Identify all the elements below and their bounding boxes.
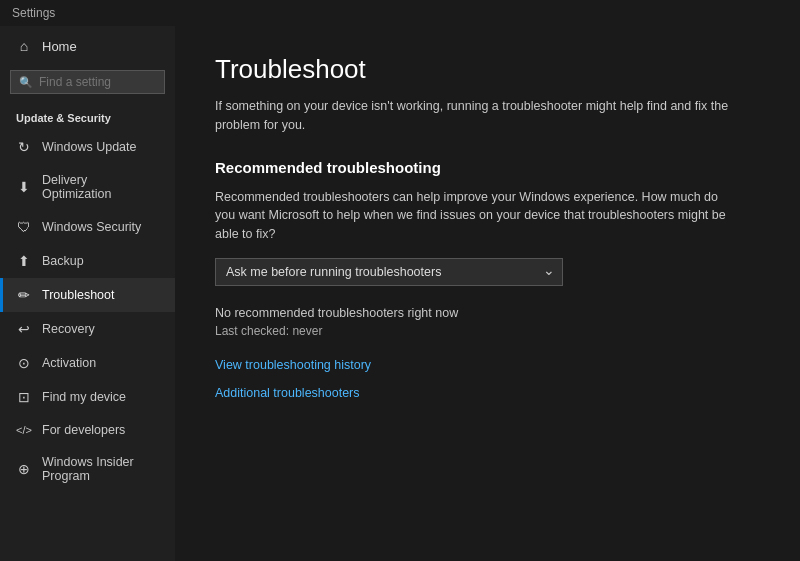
sidebar-item-troubleshoot[interactable]: ✏ Troubleshoot [0,278,175,312]
troubleshoot-icon: ✏ [16,287,32,303]
additional-troubleshooters-link[interactable]: Additional troubleshooters [215,386,760,400]
page-subtitle: If something on your device isn't workin… [215,97,735,135]
recovery-icon: ↩ [16,321,32,337]
recommended-desc: Recommended troubleshooters can help imp… [215,188,735,244]
recommended-section-title: Recommended troubleshooting [215,159,760,176]
app-container: ⌂ Home 🔍 Update & Security ↻ Windows Upd… [0,26,800,561]
search-input[interactable] [39,75,156,89]
sidebar-item-label: Windows Security [42,220,141,234]
dropdown-container: Ask me before running troubleshootersRun… [215,258,760,286]
windows-update-icon: ↻ [16,139,32,155]
delivery-optimization-icon: ⬇ [16,179,32,195]
sidebar-home-button[interactable]: ⌂ Home [0,26,175,66]
troubleshoot-dropdown-wrapper: Ask me before running troubleshootersRun… [215,258,563,286]
no-recommended-text: No recommended troubleshooters right now [215,306,760,320]
search-box[interactable]: 🔍 [10,70,165,94]
home-label: Home [42,39,77,54]
main-content: Troubleshoot If something on your device… [175,26,800,561]
sidebar-item-find-my-device[interactable]: ⊡ Find my device [0,380,175,414]
sidebar-item-windows-insider[interactable]: ⊕ Windows Insider Program [0,446,175,492]
home-icon: ⌂ [16,38,32,54]
view-history-link[interactable]: View troubleshooting history [215,358,760,372]
find-my-device-icon: ⊡ [16,389,32,405]
search-icon: 🔍 [19,76,33,89]
page-title: Troubleshoot [215,54,760,85]
windows-insider-icon: ⊕ [16,461,32,477]
sidebar-item-windows-security[interactable]: 🛡 Windows Security [0,210,175,244]
sidebar-item-recovery[interactable]: ↩ Recovery [0,312,175,346]
sidebar-item-label: Troubleshoot [42,288,115,302]
sidebar-item-activation[interactable]: ⊙ Activation [0,346,175,380]
sidebar-section-label: Update & Security [0,104,175,130]
troubleshoot-dropdown[interactable]: Ask me before running troubleshootersRun… [215,258,563,286]
sidebar: ⌂ Home 🔍 Update & Security ↻ Windows Upd… [0,26,175,561]
sidebar-item-label: Backup [42,254,84,268]
sidebar-item-label: Delivery Optimization [42,173,159,201]
activation-icon: ⊙ [16,355,32,371]
title-bar-label: Settings [12,6,55,20]
for-developers-icon: </> [16,424,32,436]
sidebar-item-windows-update[interactable]: ↻ Windows Update [0,130,175,164]
sidebar-item-for-developers[interactable]: </> For developers [0,414,175,446]
sidebar-item-label: Windows Update [42,140,137,154]
backup-icon: ⬆ [16,253,32,269]
sidebar-item-label: Find my device [42,390,126,404]
sidebar-item-label: For developers [42,423,125,437]
sidebar-item-backup[interactable]: ⬆ Backup [0,244,175,278]
sidebar-item-label: Recovery [42,322,95,336]
sidebar-item-label: Activation [42,356,96,370]
last-checked-label: Last checked: never [215,324,760,338]
title-bar: Settings [0,0,800,26]
sidebar-item-delivery-optimization[interactable]: ⬇ Delivery Optimization [0,164,175,210]
sidebar-item-label: Windows Insider Program [42,455,159,483]
windows-security-icon: 🛡 [16,219,32,235]
